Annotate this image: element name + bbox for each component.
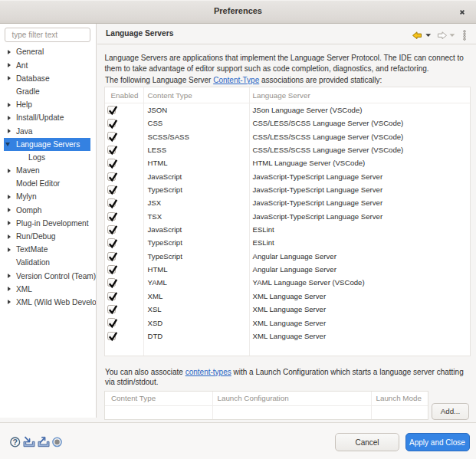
svg-text:?: ? — [12, 437, 17, 446]
